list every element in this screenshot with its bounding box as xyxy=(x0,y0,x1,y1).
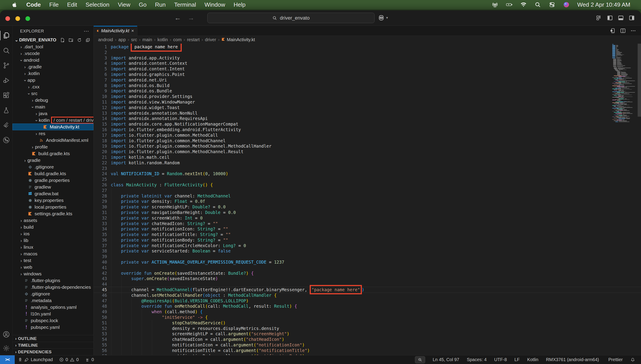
code-line[interactable]: channel.setMethodCallHandler(object : Me… xyxy=(111,292,641,298)
code-line[interactable]: private var navigationBarHeight: Double … xyxy=(111,210,641,215)
split-editor-icon[interactable] xyxy=(620,28,626,34)
code-line[interactable]: import android.widget.Toast xyxy=(111,105,641,110)
tab-mainactivity[interactable]: MainActivity.kt × xyxy=(94,26,137,36)
tree-item-build[interactable]: ›build xyxy=(13,224,93,230)
breadcrumb-restart[interactable]: restart xyxy=(187,37,200,42)
tree-item-ios[interactable]: ›ios xyxy=(13,230,93,237)
tree-item--cxx[interactable]: ›.cxx xyxy=(13,84,93,90)
code-line[interactable]: private var notificationIcon: String? = … xyxy=(111,226,641,232)
code-line[interactable]: import android.graphics.Point xyxy=(111,72,641,77)
source-control-icon[interactable] xyxy=(0,58,13,73)
notifications-bell-icon[interactable] xyxy=(630,357,635,362)
tree-item-linux[interactable]: ›linux xyxy=(13,244,93,250)
code-line[interactable]: notificationBody = call.argument("notifi… xyxy=(111,353,641,355)
encoding[interactable]: UTF-8 xyxy=(494,357,507,362)
tree-item-build-gradle-kts[interactable]: build.gradle.kts xyxy=(13,150,93,157)
menu-clock[interactable]: Wed 2 Apr 10:49 AM xyxy=(577,1,630,8)
code-line[interactable]: import androidx.annotation.RequiresApi xyxy=(111,116,641,121)
new-file-icon[interactable] xyxy=(60,38,65,42)
refresh-icon[interactable] xyxy=(77,38,82,42)
siri-icon[interactable] xyxy=(563,1,570,8)
code-line[interactable]: screenHeightLP = call.argument("screenHe… xyxy=(111,331,641,336)
tree-item-android[interactable]: ⌄android xyxy=(13,57,93,64)
tree-item--flutter-plugins-dependencies[interactable]: .flutter-plugins-dependencies xyxy=(13,284,93,290)
copilot-menu[interactable]: ▾ xyxy=(378,14,388,21)
code-line[interactable]: private var screenHeightLP: Double? = 0.… xyxy=(111,204,641,210)
code-line[interactable]: private var chatHeadIcon: String? = "" xyxy=(111,221,641,226)
code-line[interactable]: "initService" -> { xyxy=(111,314,641,320)
code-line[interactable] xyxy=(111,166,641,171)
tree-item-mainactivity-kt[interactable]: MainActivity.kt xyxy=(13,124,93,130)
tree-item-build-gradle-kts[interactable]: build.gradle.kts xyxy=(13,170,93,177)
battery-icon[interactable] xyxy=(506,1,513,8)
testing-icon[interactable] xyxy=(0,103,13,118)
control-center-icon[interactable] xyxy=(549,1,555,8)
tree-item-gradlew[interactable]: gradlew xyxy=(13,184,93,190)
apple-icon[interactable] xyxy=(11,1,18,8)
tree-item-main[interactable]: ⌄main xyxy=(13,104,93,110)
toggle-panel-icon[interactable] xyxy=(618,15,624,21)
code-line[interactable]: private var notificationTitle: String? =… xyxy=(111,232,641,237)
code-line[interactable]: private lateinit var channel: MethodChan… xyxy=(111,193,641,199)
code-line[interactable]: super.onCreate(savedInstanceState) xyxy=(111,276,641,282)
tree-item-debug[interactable]: ›debug xyxy=(13,97,93,104)
code-line[interactable]: import android.content.Intent xyxy=(111,66,641,72)
explorer-more-actions-icon[interactable]: ⋯ xyxy=(84,28,89,34)
tree-item-lib[interactable]: ›lib xyxy=(13,237,93,244)
breadcrumb-kotlin[interactable]: kotlin xyxy=(157,37,168,42)
accounts-icon[interactable] xyxy=(0,328,13,341)
code-line[interactable]: notificationTitle = call.argument("notif… xyxy=(111,348,641,353)
problems-button[interactable]: 0 0 xyxy=(56,355,82,364)
section-timeline[interactable]: ›TIMELINE xyxy=(13,342,93,348)
tree-item--kotlin[interactable]: ›.kotlin xyxy=(13,70,93,77)
close-tab-icon[interactable]: × xyxy=(131,28,134,34)
zoom-indicator[interactable] xyxy=(415,356,425,363)
wifi-icon[interactable] xyxy=(520,1,527,8)
tree-item-pubspec-lock[interactable]: pubspec.lock xyxy=(13,317,93,324)
code-line[interactable]: private var notificationCircleHexColor: … xyxy=(111,243,641,248)
new-folder-icon[interactable] xyxy=(68,38,73,42)
tree-item-local-properties[interactable]: local.properties xyxy=(13,204,93,210)
code-line[interactable]: @RequiresApi(Build.VERSION_CODES.LOLLIPO… xyxy=(111,298,641,304)
code-line[interactable]: import io.flutter.plugin.common.MethodCh… xyxy=(111,138,641,144)
code-line[interactable]: class MainActivity : FlutterActivity() { xyxy=(111,182,641,188)
tree-item-l10n-yaml[interactable]: !l10n.yaml xyxy=(13,310,93,317)
code-line[interactable]: override fun onMethodCall(call: MethodCa… xyxy=(111,304,641,309)
forward-arrow-icon[interactable]: → xyxy=(188,14,194,22)
menu-window[interactable]: Window xyxy=(204,1,225,8)
language-mode[interactable]: Kotlin xyxy=(527,357,538,362)
tree-item-test[interactable]: ›test xyxy=(13,257,93,264)
code-line[interactable]: private var density: Float = 0.0f xyxy=(111,198,641,204)
code-area[interactable]: 1234567891011121314151617181920212223242… xyxy=(94,44,641,355)
tree-item--flutter-plugins[interactable]: .flutter-plugins xyxy=(13,277,93,284)
toggle-primary-sidebar-icon[interactable] xyxy=(607,15,613,21)
code-line[interactable]: import android.app.Activity xyxy=(111,55,641,61)
extensions-icon[interactable] xyxy=(0,88,13,103)
tree-item-gradle-properties[interactable]: gradle.properties xyxy=(13,177,93,184)
code-line[interactable]: notificationIcon = call.argument("notifi… xyxy=(111,342,641,348)
code-line[interactable]: import android.os.Bundle xyxy=(111,88,641,94)
code-line[interactable]: private var serviceStarted: Boolean = fa… xyxy=(111,248,641,254)
code-line[interactable]: import io.flutter.plugin.common.MethodCh… xyxy=(111,143,641,149)
code-line[interactable]: channel = MethodChannel(flutterEngine!!.… xyxy=(111,287,641,292)
tree-item-java[interactable]: ›java xyxy=(13,110,93,117)
code-line[interactable]: import io.flutter.plugin.common.MethodCa… xyxy=(111,132,641,138)
launchpad-button[interactable]: Launchpad xyxy=(15,355,56,364)
code-line[interactable]: import kotlin.random.Random xyxy=(111,160,641,166)
code-line[interactable]: packagepackage name here xyxy=(111,44,641,50)
breadcrumb-main[interactable]: main xyxy=(142,37,152,42)
code-line[interactable] xyxy=(111,50,641,55)
tree-item--metadata[interactable]: .metadata xyxy=(13,297,93,304)
code-line[interactable]: override fun onCreate(savedInstanceState… xyxy=(111,270,641,276)
more-actions-icon[interactable] xyxy=(630,28,636,34)
tree-item-gradle[interactable]: ›gradle xyxy=(13,157,93,164)
tree-item-analysis-options-yaml[interactable]: !analysis_options.yaml xyxy=(13,304,93,310)
code-line[interactable]: chatHeadIcon = call.argument("chatHeadIc… xyxy=(111,336,641,342)
tree-item-androidmanifest-xml[interactable]: AndroidManifest.xml xyxy=(13,137,93,144)
menu-code[interactable]: Code xyxy=(26,1,41,8)
code-line[interactable] xyxy=(111,254,641,259)
tree-item-src[interactable]: ⌄src xyxy=(13,90,93,97)
collapse-folders-icon[interactable] xyxy=(85,38,90,42)
tree-item--gitignore[interactable]: .gitignore xyxy=(13,164,93,170)
editor-scrollbar[interactable] xyxy=(638,44,641,117)
